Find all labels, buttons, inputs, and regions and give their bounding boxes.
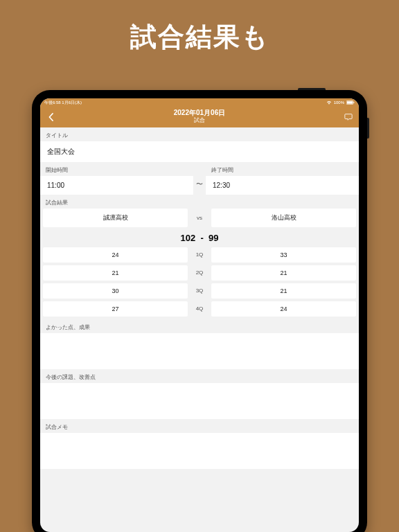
chevron-left-icon xyxy=(48,113,54,121)
battery-text: 100% xyxy=(334,100,344,105)
status-bar: 午後6:58 1月6日(木) 100% xyxy=(40,98,359,107)
wifi-icon xyxy=(326,100,332,105)
team-b-field[interactable]: 洛山高校 xyxy=(211,209,356,227)
quarter-b-field[interactable]: 24 xyxy=(211,301,356,317)
quarter-label: 1Q xyxy=(190,251,209,258)
quarter-a-field[interactable]: 27 xyxy=(43,301,188,317)
vs-label: vs xyxy=(190,215,209,221)
svg-rect-2 xyxy=(353,102,354,103)
back-button[interactable] xyxy=(46,112,55,122)
result-label: 試合結果 xyxy=(40,195,359,209)
team-a-field[interactable]: 誠凛高校 xyxy=(43,209,188,227)
quarter-label: 3Q xyxy=(190,287,209,294)
total-b: 99 xyxy=(209,233,218,243)
good-points-label: よかった点、成果 xyxy=(40,319,359,333)
quarter-b-field[interactable]: 21 xyxy=(211,265,356,281)
quarter-row: 303Q21 xyxy=(40,283,359,299)
end-time-field[interactable]: 12:30 xyxy=(206,176,359,195)
quarter-row: 241Q33 xyxy=(40,247,359,263)
form-content: タイトル 全国大会 開始時間 11:00 〜 終了時間 12:30 試合結果 誠… xyxy=(40,127,359,532)
score-dash: - xyxy=(200,233,203,243)
screen: 午後6:58 1月6日(木) 100% 2022年01月06日 試合 xyxy=(40,98,359,532)
quarter-label: 4Q xyxy=(190,305,209,312)
improve-label: 今後の課題、改善点 xyxy=(40,369,359,383)
end-time-label: 終了時間 xyxy=(206,162,359,176)
quarter-row: 274Q24 xyxy=(40,301,359,317)
nav-subtitle: 試合 xyxy=(46,117,353,124)
quarter-b-field[interactable]: 21 xyxy=(211,283,356,299)
quarter-a-field[interactable]: 24 xyxy=(43,247,188,263)
time-separator: 〜 xyxy=(193,162,206,195)
nav-bar: 2022年01月06日 試合 xyxy=(40,107,359,127)
quarter-row: 212Q21 xyxy=(40,265,359,281)
chat-button[interactable] xyxy=(344,112,353,122)
start-time-field[interactable]: 11:00 xyxy=(40,176,193,195)
start-time-label: 開始時間 xyxy=(40,162,193,176)
quarter-a-field[interactable]: 30 xyxy=(43,283,188,299)
good-points-field[interactable] xyxy=(40,333,359,369)
quarter-label: 2Q xyxy=(190,269,209,276)
tablet-frame: 午後6:58 1月6日(木) 100% 2022年01月06日 試合 xyxy=(32,90,367,532)
nav-title: 2022年01月06日 xyxy=(46,109,353,117)
total-a: 102 xyxy=(181,233,196,243)
power-button xyxy=(298,88,326,90)
hero-title: 試合結果も xyxy=(0,0,399,55)
title-field[interactable]: 全国大会 xyxy=(40,141,359,162)
total-score: 102 - 99 xyxy=(40,227,359,247)
status-time: 午後6:58 1月6日(木) xyxy=(44,100,82,106)
svg-rect-1 xyxy=(347,101,353,103)
memo-field[interactable] xyxy=(40,433,359,469)
improve-field[interactable] xyxy=(40,383,359,419)
chat-icon xyxy=(344,113,353,121)
title-label: タイトル xyxy=(40,127,359,141)
volume-button xyxy=(367,118,369,139)
battery-icon xyxy=(346,100,355,105)
quarter-b-field[interactable]: 33 xyxy=(211,247,356,263)
quarter-a-field[interactable]: 21 xyxy=(43,265,188,281)
memo-label: 試合メモ xyxy=(40,419,359,433)
